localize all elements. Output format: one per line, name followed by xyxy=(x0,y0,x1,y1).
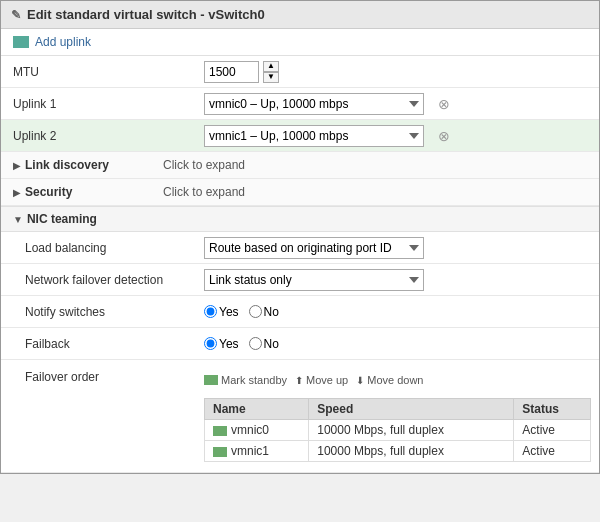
notify-yes-radio[interactable] xyxy=(204,305,217,318)
uplink2-value-cell: vmnic0 – Up, 10000 mbps vmnic1 – Up, 100… xyxy=(196,121,599,151)
nic-status-cell: Active xyxy=(514,441,591,462)
link-discovery-row[interactable]: ▶ Link discovery Click to expand xyxy=(1,152,599,179)
mtu-label: MTU xyxy=(1,59,196,85)
nic-speed-cell: 10000 Mbps, full duplex xyxy=(309,420,514,441)
failover-table: Name Speed Status vmnic0 10000 Mbps, ful… xyxy=(204,398,591,462)
mark-standby-button[interactable]: Mark standby xyxy=(204,374,287,386)
table-row[interactable]: vmnic0 10000 Mbps, full duplex Active xyxy=(205,420,591,441)
failover-order-value-cell: Mark standby ⬆ Move up ⬇ Move down Name xyxy=(196,366,599,466)
failback-no-text: No xyxy=(264,337,279,351)
move-down-icon: ⬇ xyxy=(356,375,364,386)
security-arrow: ▶ xyxy=(13,187,21,198)
notify-switches-row: Notify switches Yes No xyxy=(1,296,599,328)
mark-standby-label: Mark standby xyxy=(221,374,287,386)
network-failover-row: Network failover detection Link status o… xyxy=(1,264,599,296)
network-failover-select[interactable]: Link status only Beacon probing xyxy=(204,269,424,291)
main-window: ✎ Edit standard virtual switch - vSwitch… xyxy=(0,0,600,474)
nic-icon xyxy=(213,447,227,457)
network-failover-label: Network failover detection xyxy=(1,267,196,293)
move-up-label: Move up xyxy=(306,374,348,386)
move-down-button[interactable]: ⬇ Move down xyxy=(356,374,423,386)
col-speed-header: Speed xyxy=(309,399,514,420)
load-balancing-row: Load balancing Route based on originatin… xyxy=(1,232,599,264)
uplink1-label: Uplink 1 xyxy=(1,91,196,117)
failback-radio-group: Yes No xyxy=(204,337,279,351)
mtu-spinner: ▲ ▼ xyxy=(263,61,279,83)
mtu-row: MTU ▲ ▼ xyxy=(1,56,599,88)
notify-yes-text: Yes xyxy=(219,305,239,319)
uplink1-remove-icon[interactable]: ⊗ xyxy=(438,96,450,112)
nic-teaming-section: ▼ NIC teaming xyxy=(1,206,599,232)
add-uplink-row[interactable]: Add uplink xyxy=(1,29,599,56)
notify-switches-radio-group: Yes No xyxy=(204,305,279,319)
mtu-input[interactable] xyxy=(204,61,259,83)
mark-standby-icon xyxy=(204,375,218,385)
link-discovery-arrow: ▶ xyxy=(13,160,21,171)
failover-order-row: Failover order Mark standby ⬆ Move up ⬇ … xyxy=(1,360,599,473)
uplink2-select[interactable]: vmnic0 – Up, 10000 mbps vmnic1 – Up, 100… xyxy=(204,125,424,147)
failback-yes-label[interactable]: Yes xyxy=(204,337,239,351)
failback-yes-text: Yes xyxy=(219,337,239,351)
col-status-header: Status xyxy=(514,399,591,420)
mtu-increment[interactable]: ▲ xyxy=(263,61,279,72)
move-up-button[interactable]: ⬆ Move up xyxy=(295,374,348,386)
load-balancing-select[interactable]: Route based on originating port ID Route… xyxy=(204,237,424,259)
failback-no-label[interactable]: No xyxy=(249,337,279,351)
failback-yes-radio[interactable] xyxy=(204,337,217,350)
mtu-value-cell: ▲ ▼ xyxy=(196,57,599,87)
security-expand-text: Click to expand xyxy=(155,185,245,199)
notify-no-label[interactable]: No xyxy=(249,305,279,319)
nic-teaming-arrow: ▼ xyxy=(13,214,23,225)
uplink1-select[interactable]: vmnic0 – Up, 10000 mbps vmnic1 – Up, 100… xyxy=(204,93,424,115)
notify-yes-label[interactable]: Yes xyxy=(204,305,239,319)
link-discovery-label: Link discovery xyxy=(25,158,155,172)
failback-label: Failback xyxy=(1,331,196,357)
table-row[interactable]: vmnic1 10000 Mbps, full duplex Active xyxy=(205,441,591,462)
move-up-icon: ⬆ xyxy=(295,375,303,386)
uplink1-row: Uplink 1 vmnic0 – Up, 10000 mbps vmnic1 … xyxy=(1,88,599,120)
notify-no-radio[interactable] xyxy=(249,305,262,318)
content-area: Add uplink MTU ▲ ▼ Uplink 1 vmnic0 – Up,… xyxy=(1,29,599,473)
failback-no-radio[interactable] xyxy=(249,337,262,350)
nic-name-cell: vmnic0 xyxy=(205,420,309,441)
load-balancing-label: Load balancing xyxy=(1,235,196,261)
nic-speed-cell: 10000 Mbps, full duplex xyxy=(309,441,514,462)
nic-name-cell: vmnic1 xyxy=(205,441,309,462)
failover-order-label: Failover order xyxy=(1,366,196,390)
nic-status-cell: Active xyxy=(514,420,591,441)
uplink2-remove-icon[interactable]: ⊗ xyxy=(438,128,450,144)
window-title: Edit standard virtual switch - vSwitch0 xyxy=(27,7,265,22)
notify-switches-label: Notify switches xyxy=(1,299,196,325)
uplink2-label: Uplink 2 xyxy=(1,123,196,149)
title-bar: ✎ Edit standard virtual switch - vSwitch… xyxy=(1,1,599,29)
col-name-header: Name xyxy=(205,399,309,420)
security-row[interactable]: ▶ Security Click to expand xyxy=(1,179,599,206)
nic-icon xyxy=(213,426,227,436)
network-failover-value-cell: Link status only Beacon probing xyxy=(196,265,599,295)
move-down-label: Move down xyxy=(367,374,423,386)
add-uplink-icon xyxy=(13,36,29,48)
failback-value-cell: Yes No xyxy=(196,333,599,355)
nic-teaming-label: NIC teaming xyxy=(27,212,97,226)
mtu-decrement[interactable]: ▼ xyxy=(263,72,279,83)
uplink1-value-cell: vmnic0 – Up, 10000 mbps vmnic1 – Up, 100… xyxy=(196,89,599,119)
add-uplink-label: Add uplink xyxy=(35,35,91,49)
notify-switches-value-cell: Yes No xyxy=(196,301,599,323)
pencil-icon: ✎ xyxy=(11,8,21,22)
failback-row: Failback Yes No xyxy=(1,328,599,360)
link-discovery-expand-text: Click to expand xyxy=(155,158,245,172)
uplink2-row: Uplink 2 vmnic0 – Up, 10000 mbps vmnic1 … xyxy=(1,120,599,152)
failover-toolbar: Mark standby ⬆ Move up ⬇ Move down xyxy=(204,370,424,390)
notify-no-text: No xyxy=(264,305,279,319)
load-balancing-value-cell: Route based on originating port ID Route… xyxy=(196,233,599,263)
security-label: Security xyxy=(25,185,155,199)
